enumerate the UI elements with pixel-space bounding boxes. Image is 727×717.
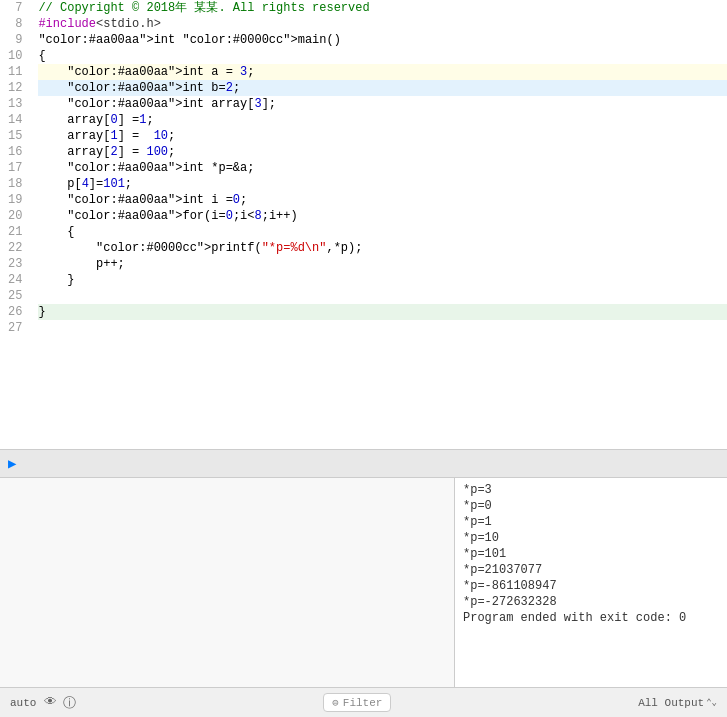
line-number: 12 xyxy=(8,80,22,96)
line-number: 10 xyxy=(8,48,22,64)
status-icons: 👁 ⓘ xyxy=(44,694,76,712)
code-line: "color:#aa00aa">int array[3]; xyxy=(38,96,727,112)
line-number: 7 xyxy=(8,0,22,16)
line-number: 18 xyxy=(8,176,22,192)
line-number: 23 xyxy=(8,256,22,272)
filter-label: Filter xyxy=(343,697,383,709)
toolbar-arrow-icon[interactable]: ▶ xyxy=(8,455,16,472)
code-line: } xyxy=(38,272,727,288)
line-number: 15 xyxy=(8,128,22,144)
code-line: "color:#aa00aa">int *p=&a; xyxy=(38,160,727,176)
code-line: { xyxy=(38,224,727,240)
code-line: array[2] = 100; xyxy=(38,144,727,160)
status-left: auto 👁 ⓘ xyxy=(10,694,76,712)
code-line: array[1] = 10; xyxy=(38,128,727,144)
output-panel: *p=3 *p=0 *p=1 *p=10 *p=101 *p=21037077 … xyxy=(455,478,727,687)
eye-icon[interactable]: 👁 xyxy=(44,695,57,710)
status-bar: auto 👁 ⓘ ⊜ Filter All Output ⌃⌄ xyxy=(0,687,727,717)
code-line: } xyxy=(38,304,727,320)
line-number: 26 xyxy=(8,304,22,320)
line-number: 24 xyxy=(8,272,22,288)
line-number: 8 xyxy=(8,16,22,32)
code-line: { xyxy=(38,48,727,64)
code-line: #include<stdio.h> xyxy=(38,16,727,32)
auto-label: auto xyxy=(10,697,36,709)
code-line: "color:#aa00aa">for(i=0;i<8;i++) xyxy=(38,208,727,224)
bottom-toolbar: ▶ xyxy=(0,449,727,477)
line-number: 22 xyxy=(8,240,22,256)
code-line: "color:#aa00aa">int a = 3; xyxy=(38,64,727,80)
line-number: 14 xyxy=(8,112,22,128)
filter-box[interactable]: ⊜ Filter xyxy=(323,693,391,712)
all-output-label: All Output xyxy=(638,697,704,709)
bottom-split: *p=3 *p=0 *p=1 *p=10 *p=101 *p=21037077 … xyxy=(0,477,727,687)
filter-icon: ⊜ xyxy=(332,696,339,709)
line-number: 13 xyxy=(8,96,22,112)
code-container: 789101112131415161718192021222324252627 … xyxy=(0,0,727,449)
line-number: 27 xyxy=(8,320,22,336)
code-line: p++; xyxy=(38,256,727,272)
line-number: 9 xyxy=(8,32,22,48)
code-line xyxy=(38,288,727,304)
line-number: 16 xyxy=(8,144,22,160)
line-number: 20 xyxy=(8,208,22,224)
line-number: 11 xyxy=(8,64,22,80)
code-line: p[4]=101; xyxy=(38,176,727,192)
output-text: *p=3 *p=0 *p=1 *p=10 *p=101 *p=21037077 … xyxy=(463,482,719,626)
editor-area: 789101112131415161718192021222324252627 … xyxy=(0,0,727,449)
line-number: 21 xyxy=(8,224,22,240)
chevron-icon: ⌃⌄ xyxy=(706,697,717,708)
info-icon[interactable]: ⓘ xyxy=(63,694,76,712)
all-output[interactable]: All Output ⌃⌄ xyxy=(638,697,717,709)
code-lines: // Copyright © 2018年 某某. All rights rese… xyxy=(30,0,727,449)
code-line: array[0] =1; xyxy=(38,112,727,128)
code-line: "color:#0000cc">printf("*p=%d\n",*p); xyxy=(38,240,727,256)
line-number: 25 xyxy=(8,288,22,304)
line-numbers: 789101112131415161718192021222324252627 xyxy=(0,0,30,449)
code-line: "color:#aa00aa">int i =0; xyxy=(38,192,727,208)
left-panel xyxy=(0,478,455,687)
line-number: 19 xyxy=(8,192,22,208)
line-number: 17 xyxy=(8,160,22,176)
code-line: "color:#aa00aa">int b=2; xyxy=(38,80,727,96)
code-line xyxy=(38,320,727,336)
code-line: "color:#aa00aa">int "color:#0000cc">main… xyxy=(38,32,727,48)
code-line: // Copyright © 2018年 某某. All rights rese… xyxy=(38,0,727,16)
